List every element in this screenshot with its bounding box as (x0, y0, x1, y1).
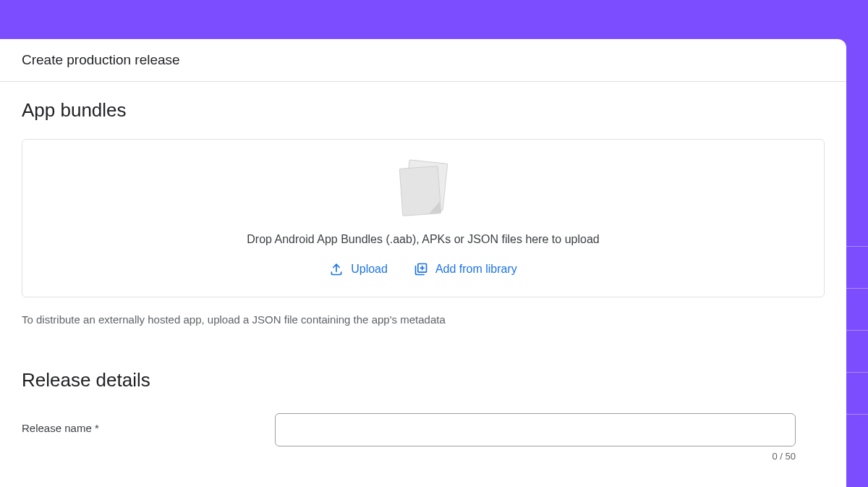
main-panel: Create production release App bundles Dr… (0, 39, 846, 487)
release-name-input[interactable] (275, 413, 796, 446)
release-name-field-wrap: 0 / 50 (275, 413, 796, 462)
side-tab-2[interactable] (846, 288, 868, 330)
dropzone-text: Drop Android App Bundles (.aab), APKs or… (37, 233, 809, 246)
release-name-row: Release name * 0 / 50 (22, 413, 825, 462)
side-tab-1[interactable] (846, 246, 868, 288)
content-area: App bundles Drop Android App Bundles (.a… (0, 82, 846, 479)
upload-button[interactable]: Upload (329, 262, 388, 276)
page-title: Create production release (22, 52, 825, 68)
dropzone-actions: Upload Add from library (37, 262, 809, 276)
app-bundles-title: App bundles (22, 99, 825, 122)
app-bundles-section: App bundles Drop Android App Bundles (.a… (22, 99, 825, 326)
side-tabs (846, 246, 868, 456)
side-tab-5[interactable] (846, 414, 868, 456)
page-header: Create production release (0, 39, 846, 82)
library-add-icon (414, 262, 428, 276)
upload-label: Upload (351, 263, 388, 276)
side-tab-3[interactable] (846, 330, 868, 372)
upload-dropzone[interactable]: Drop Android App Bundles (.aab), APKs or… (22, 139, 825, 297)
upload-icon (329, 262, 344, 276)
release-name-label: Release name * (22, 413, 260, 434)
release-details-title: Release details (22, 369, 825, 391)
external-host-helper: To distribute an externally hosted app, … (22, 313, 825, 326)
files-icon (398, 163, 448, 217)
side-tab-4[interactable] (846, 372, 868, 414)
release-details-section: Release details Release name * 0 / 50 (22, 369, 825, 462)
library-label: Add from library (435, 263, 517, 276)
release-name-charcount: 0 / 50 (275, 451, 796, 462)
add-from-library-button[interactable]: Add from library (414, 262, 517, 276)
